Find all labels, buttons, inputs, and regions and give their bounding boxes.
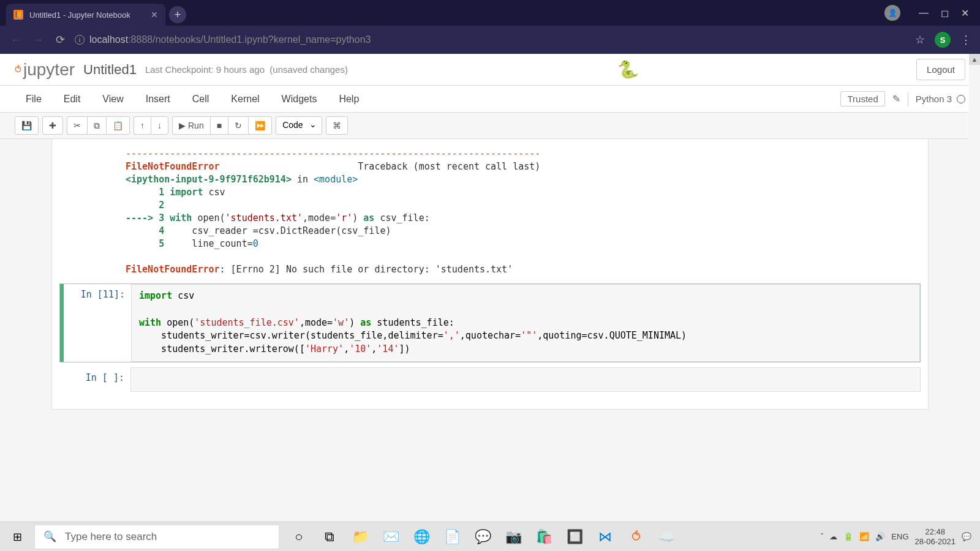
menu-help[interactable]: Help [328,94,370,105]
close-tab-icon[interactable]: ✕ [151,10,158,20]
interrupt-button[interactable]: ■ [210,116,228,135]
command-palette-button[interactable]: ⌘ [326,116,348,135]
wifi-icon[interactable]: 📶 [859,532,869,541]
scroll-up-icon[interactable]: ▲ [969,54,980,65]
url-port: :8888 [128,34,153,45]
onedrive-icon[interactable]: ☁ [829,532,837,541]
mail-icon[interactable]: ✉️ [377,523,404,550]
toolbar: 💾 ✚ ✂ ⧉ 📋 ↑ ↓ ▶ Run ■ ↻ ⏩ Code ⌘ [0,113,980,139]
bookmark-icon[interactable]: ☆ [915,33,925,47]
code-input[interactable]: import csv with open('students_file.csv'… [131,284,920,362]
url-path: /notebooks/Untitled1.ipynb?kernel_name=p… [153,34,371,45]
restart-button[interactable]: ↻ [228,116,248,135]
kernel-indicator[interactable]: Python 3 [916,94,965,104]
search-placeholder: Type here to search [65,531,157,543]
task-view-icon[interactable]: ⧉ [316,523,343,550]
save-button[interactable]: 💾 [15,116,39,135]
clock[interactable]: 22:48 28-06-2021 [915,527,956,546]
notebook-area: ----------------------------------------… [51,139,929,410]
code-cell-11[interactable]: In [11]: import csv with open('students_… [59,283,921,362]
notifications-icon[interactable]: 💬 [962,532,971,541]
battery-icon[interactable]: 🔋 [843,532,853,541]
new-tab-button[interactable]: + [169,6,186,23]
back-button[interactable]: ← [9,34,23,47]
store-icon[interactable]: 🛍️ [530,523,557,550]
volume-icon[interactable]: 🔊 [875,532,885,541]
weather-icon[interactable]: ☁️ [653,523,680,550]
cell-type-select[interactable]: Code [276,116,322,135]
windows-taskbar: ⊞ 🔍 Type here to search ○ ⧉ 📁 ✉️ 🌐 📄 💬 📷… [0,522,980,551]
vscode-icon[interactable]: ⋈ [592,523,619,550]
window-controls: 👤 — ◻ ✕ [873,0,980,26]
browser-menu-icon[interactable]: ⋮ [960,33,971,47]
menu-widgets[interactable]: Widgets [271,94,328,105]
menu-bar: File Edit View Insert Cell Kernel Widget… [0,86,980,113]
url-field[interactable]: i localhost:8888/notebooks/Untitled1.ipy… [75,34,908,45]
browser-tab[interactable]: Untitled1 - Jupyter Notebook ✕ [6,4,165,26]
trusted-indicator[interactable]: Trusted [840,91,884,107]
reload-button[interactable]: ⟳ [53,33,67,47]
minimize-button[interactable]: — [919,7,929,18]
logout-button[interactable]: Logout [916,59,965,80]
site-info-icon[interactable]: i [75,35,85,45]
system-tray: ˆ ☁ 🔋 📶 🔊 ENG 22:48 28-06-2021 💬 [812,527,980,546]
notebook-title[interactable]: Untitled1 [83,62,137,78]
browser-avatar[interactable]: 👤 [884,5,900,21]
tab-title: Untitled1 - Jupyter Notebook [29,10,130,20]
cut-button[interactable]: ✂ [67,116,87,135]
menu-edit[interactable]: Edit [53,94,92,105]
search-icon: 🔍 [43,530,56,543]
browser-tab-strip: Untitled1 - Jupyter Notebook ✕ + 👤 — ◻ ✕ [0,0,980,26]
restart-run-all-button[interactable]: ⏩ [248,116,272,135]
jupyter-favicon [13,10,23,20]
code-cell-empty[interactable]: In [ ]: [59,367,921,392]
copy-button[interactable]: ⧉ [87,116,106,135]
app-icon[interactable]: 🔲 [561,523,588,550]
edit-metadata-icon[interactable]: ✎ [892,93,900,105]
checkpoint-label: Last Checkpoint: 9 hours ago (unsaved ch… [145,64,348,75]
start-button[interactable]: ⊞ [0,522,34,552]
error-output: ----------------------------------------… [52,145,928,279]
menu-insert[interactable]: Insert [135,94,181,105]
acrobat-icon[interactable]: 📄 [439,523,466,550]
language-indicator[interactable]: ENG [891,532,908,541]
insert-cell-button[interactable]: ✚ [42,116,63,135]
file-explorer-icon[interactable]: 📁 [347,523,374,550]
jupyter-header: ⥀ jupyter Untitled1 Last Checkpoint: 9 h… [0,54,980,86]
kernel-status-icon [957,95,965,103]
python-logo-icon: 🐍 [617,59,639,80]
menu-cell[interactable]: Cell [181,94,221,105]
address-bar: ← → ⟳ i localhost:8888/notebooks/Untitle… [0,26,980,54]
move-down-button[interactable]: ↓ [151,116,168,135]
forward-button[interactable]: → [31,34,45,47]
jupyter-logo[interactable]: ⥀ jupyter [15,60,75,80]
tray-expand-icon[interactable]: ˆ [821,532,823,541]
url-host: localhost [89,34,128,45]
camera-icon[interactable]: 📷 [500,523,527,550]
menu-view[interactable]: View [91,94,134,105]
anaconda-icon[interactable]: ⥀ [622,523,649,550]
whatsapp-icon[interactable]: 💬 [469,523,496,550]
chrome-icon[interactable]: 🌐 [408,523,435,550]
paste-button[interactable]: 📋 [106,116,130,135]
cell-prompt: In [ ]: [63,367,130,392]
move-up-button[interactable]: ↑ [134,116,151,135]
close-window-button[interactable]: ✕ [961,7,969,19]
scrollbar[interactable]: ▲ [969,54,980,522]
run-button[interactable]: ▶ Run [172,116,210,135]
cortana-icon[interactable]: ○ [285,523,312,550]
taskbar-search[interactable]: 🔍 Type here to search [34,525,279,549]
profile-badge[interactable]: S [935,32,951,48]
code-input[interactable] [130,367,921,392]
cell-prompt: In [11]: [64,284,131,362]
menu-file[interactable]: File [15,94,53,105]
menu-kernel[interactable]: Kernel [220,94,270,105]
maximize-button[interactable]: ◻ [941,7,949,19]
